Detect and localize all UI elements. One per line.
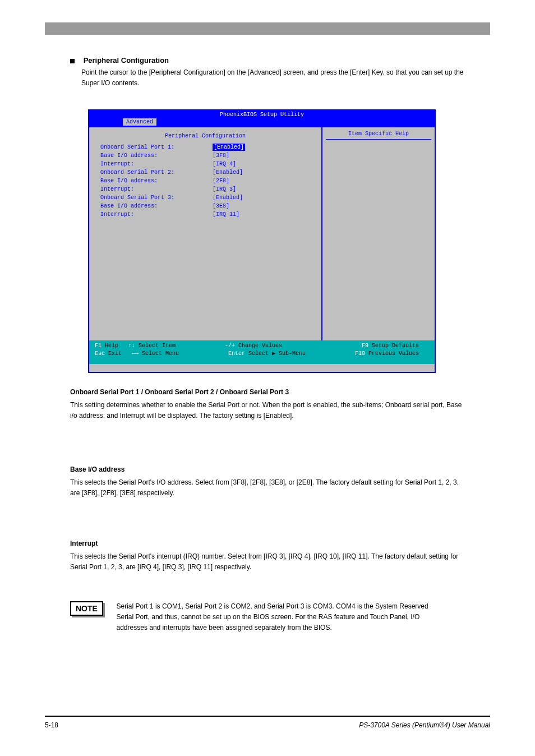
bios-faction: Change Values [238, 343, 282, 349]
bios-subtitle: Peripheral Configuration [100, 133, 310, 139]
bios-label: Interrupt: [100, 186, 213, 193]
section-onboard: Onboard Serial Port 1 / Onboard Serial P… [70, 387, 468, 422]
note-badge: NOTE [70, 601, 103, 616]
bios-label: Onboard Serial Port 2: [100, 169, 213, 176]
bios-row: Base I/O address:[2F8] [100, 177, 310, 185]
bios-faction: Select Menu [142, 351, 179, 357]
bios-value: [Enabled] [213, 169, 243, 176]
bios-fkey: F9 [362, 343, 368, 349]
bios-value: [3F8] [213, 152, 229, 159]
bios-value: [2F8] [213, 177, 229, 185]
bios-main-panel: Peripheral Configuration Onboard Serial … [89, 127, 322, 340]
section-base: Base I/O address This selects the Serial… [70, 464, 468, 499]
bios-fkey: Enter [228, 351, 245, 357]
section-body: This selects the Serial Port's I/O addre… [70, 477, 468, 499]
square-bullet-icon [70, 59, 75, 63]
bios-faction: Setup Defaults [372, 343, 419, 349]
bios-menu-bar: Advanced [89, 118, 435, 127]
bios-faction: Help [105, 343, 118, 349]
bios-value: [IRQ 4] [213, 160, 236, 168]
bios-inner: Peripheral Configuration Onboard Serial … [89, 127, 435, 340]
bios-value: [IRQ 11] [213, 211, 239, 218]
bios-fkey: ↑↓ [128, 343, 135, 349]
bios-fkey: F1 [95, 343, 102, 349]
bios-faction: Exit [108, 351, 122, 357]
header-right-text: Chapter 5 System Setup [376, 46, 443, 53]
bios-screenshot: PhoenixBIOS Setup Utility Advanced Perip… [88, 109, 436, 373]
section-title: Base I/O address [70, 464, 468, 475]
note-row: NOTE Serial Port 1 is COM1, Serial Port … [70, 601, 468, 634]
bios-label: Interrupt: [100, 160, 213, 168]
intro-paragraph: Point the cursor to the [Peripheral Conf… [81, 67, 468, 89]
section-title: Interrupt [70, 538, 468, 549]
section-bullet-row: Peripheral Configuration [70, 56, 468, 64]
bios-faction: Select ▶ Sub-Menu [248, 351, 306, 357]
bios-help-panel: Item Specific Help [322, 127, 435, 340]
section-title: Onboard Serial Port 1 / Onboard Serial P… [70, 387, 468, 398]
bios-row: Onboard Serial Port 3:[Enabled] [100, 194, 310, 201]
bios-value: [IRQ 3] [213, 186, 236, 193]
bios-row: Onboard Serial Port 1: [Enabled] [100, 144, 310, 151]
bios-row: Base I/O address:[3F8] [100, 152, 310, 159]
bios-faction: Previous Values [368, 351, 419, 357]
section-body: This selects the Serial Port's interrupt… [70, 551, 468, 573]
bios-row: Base I/O address:[3E8] [100, 202, 310, 210]
bios-tab-advanced: Advanced [123, 118, 156, 126]
section-interrupt: Interrupt This selects the Serial Port's… [70, 538, 468, 573]
bios-footer: F1Help ↑↓Select Item -/+Change Values F9… [89, 340, 435, 364]
section-body: This setting determines whether to enabl… [70, 400, 468, 421]
bios-fkey: -/+ [225, 343, 235, 349]
manual-title: PS-3700A Series (Pentium®4) User Manual [359, 721, 490, 729]
bios-label: Base I/O address: [100, 177, 213, 185]
bios-row: Interrupt:[IRQ 11] [100, 211, 310, 218]
bios-label: Base I/O address: [100, 152, 213, 159]
bios-title: PhoenixBIOS Setup Utility [89, 110, 435, 118]
bios-faction: Select Item [139, 343, 176, 349]
bios-help-title: Item Specific Help [326, 131, 431, 140]
bios-value: [Enabled] [213, 144, 245, 151]
bios-fkey: Esc [95, 351, 105, 357]
bios-value: [Enabled] [213, 194, 243, 201]
footer-rule [45, 716, 490, 717]
header-bar: Chapter 5 System Setup [45, 22, 490, 35]
bios-row: Interrupt:[IRQ 4] [100, 160, 310, 168]
bios-fkey: F10 [355, 351, 365, 357]
bios-value: [3E8] [213, 202, 229, 210]
page-number: 5-18 [45, 721, 58, 729]
bios-label: Interrupt: [100, 211, 213, 218]
bios-label: Base I/O address: [100, 202, 213, 210]
bullet-title: Peripheral Configuration [84, 56, 169, 64]
bios-label: Onboard Serial Port 3: [100, 194, 213, 201]
bios-fkey: ←→ [132, 351, 139, 357]
bios-row: Onboard Serial Port 2:[Enabled] [100, 169, 310, 176]
bios-row: Interrupt:[IRQ 3] [100, 186, 310, 193]
bios-label: Onboard Serial Port 1: [100, 144, 213, 151]
note-text: Serial Port 1 is COM1, Serial Port 2 is … [117, 601, 431, 634]
